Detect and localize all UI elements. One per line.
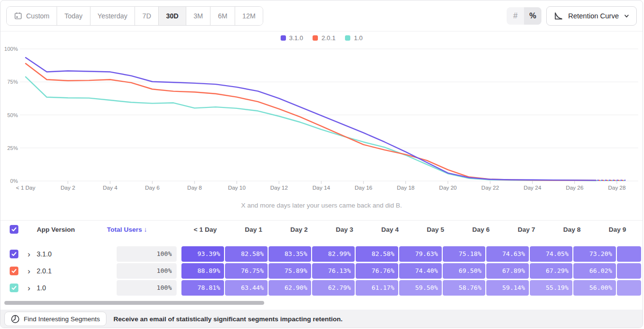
total-users-cell: 100% [117,246,177,262]
retention-cell[interactable]: 59.50% [399,280,442,296]
row-checkbox-cell [0,250,28,258]
toolbar: CustomTodayYesterday7D30D3M6M12M # % Ret… [0,0,643,31]
retention-cell[interactable]: 75.89% [269,263,311,279]
retention-cell[interactable]: 69.50% [443,263,485,279]
retention-cell[interactable]: 78.81% [181,280,224,296]
retention-cell[interactable]: 67.29% [530,263,572,279]
range-button-30d[interactable]: 30D [159,7,186,25]
legend-swatch [281,35,286,41]
retention-table: App Version Total Users ↓ < 1 DayDay 1Da… [0,220,643,297]
row-checkbox[interactable] [10,250,18,258]
total-users-cell: 100% [117,280,177,296]
retention-curve-icon [554,11,563,21]
expand-chevron-icon[interactable]: › [28,284,30,292]
retention-cell[interactable]: 59.14% [486,280,529,296]
retention-cell[interactable]: 74.40% [399,263,442,279]
y-axis-label: 100% [4,46,18,52]
day-column-header: Day 4 [359,226,401,233]
retention-cell[interactable]: 56.00% [573,280,616,296]
retention-cell[interactable]: 61.17% [356,280,398,296]
range-button-today[interactable]: Today [57,7,90,25]
legend-swatch [345,35,350,41]
y-axis-label: 0% [10,178,18,184]
retention-cell[interactable]: 79.63% [399,246,442,262]
legend-item-3-1-0[interactable]: 3.1.0 [281,34,303,42]
expand-chevron-icon[interactable]: › [28,250,30,258]
range-button-3m[interactable]: 3M [186,7,210,25]
retention-cell[interactable]: 62.90% [269,280,311,296]
range-button-custom[interactable]: Custom [7,7,57,25]
table-cell-overflow [617,280,641,296]
version-cell: ›2.0.1 [28,267,107,275]
chevron-down-icon [624,13,629,19]
total-users-cell: 100% [117,263,177,279]
number-format-button[interactable]: # [507,7,524,25]
table-body: ›3.1.0100%93.39%82.58%83.35%82.99%82.58%… [0,246,643,296]
retention-cell[interactable]: 67.89% [486,263,529,279]
select-all-cell [0,225,28,234]
day-column-header: Day 6 [449,226,492,233]
percent-format-button[interactable]: % [524,7,541,25]
retention-cell[interactable]: 76.75% [225,263,268,279]
chart-section: 3.1.02.0.11.0 0%25%50%75%100%< 1 DayDay … [0,32,643,210]
scrollbar-thumb[interactable] [4,301,264,305]
row-checkbox[interactable] [10,284,18,292]
version-cell: ›1.0 [28,284,107,292]
retention-cell[interactable]: 76.76% [356,263,398,279]
series-line-1-0[interactable] [26,77,596,180]
retention-cell[interactable]: 58.76% [443,280,485,296]
retention-cell[interactable]: 73.20% [573,246,616,262]
date-range-group: CustomTodayYesterday7D30D3M6M12M [6,6,263,26]
x-axis-label: Day 26 [566,185,583,191]
day-column-header: Day 8 [540,226,583,233]
range-button-7d[interactable]: 7D [135,7,159,25]
row-checkbox-cell [0,267,28,275]
legend-item-1-0[interactable]: 1.0 [345,34,362,42]
retention-cell[interactable]: 83.35% [269,246,311,262]
range-button-6m[interactable]: 6M [210,7,235,25]
total-users-header[interactable]: Total Users ↓ [107,226,177,233]
retention-cell[interactable]: 93.39% [181,246,224,262]
retention-cell[interactable]: 82.58% [225,246,268,262]
retention-cell[interactable]: 88.89% [181,263,224,279]
retention-cell[interactable]: 82.58% [356,246,398,262]
x-axis-label: Day 22 [481,185,499,191]
retention-cell[interactable]: 55.19% [530,280,572,296]
version-label: 3.1.0 [37,250,52,258]
retention-cell[interactable]: 74.63% [486,246,529,262]
find-interesting-segments-button[interactable]: Find Interesting Segments [4,312,106,326]
legend-item-2-0-1[interactable]: 2.0.1 [313,34,335,42]
x-axis-label: Day 28 [608,185,626,191]
retention-cell[interactable]: 66.02% [573,263,616,279]
x-axis-label: Day 8 [187,185,202,191]
retention-cell[interactable]: 62.79% [312,280,355,296]
retention-cell[interactable]: 75.18% [443,246,485,262]
sort-desc-icon: ↓ [144,226,147,233]
chart-legend: 3.1.02.0.11.0 [0,32,643,43]
legend-label: 2.0.1 [321,34,335,42]
retention-cell[interactable]: 74.05% [530,246,572,262]
series-line-2-0-1[interactable] [26,63,596,180]
expand-chevron-icon[interactable]: › [28,267,30,275]
chart-type-dropdown[interactable]: Retention Curve [546,6,637,26]
footer-bar: Find Interesting Segments Receive an ema… [0,310,643,328]
series-line-3-1-0[interactable] [26,58,596,180]
select-all-checkbox[interactable] [10,225,18,234]
calendar-icon [14,12,22,20]
toolbar-right: # % Retention Curve [507,6,637,26]
value-format-toggle: # % [507,7,541,25]
row-checkbox-cell [0,284,28,292]
x-axis-label: < 1 Day [16,185,35,191]
x-axis-label: Day 16 [355,185,372,191]
retention-cell[interactable]: 82.99% [312,246,355,262]
retention-cell[interactable]: 63.44% [225,280,268,296]
range-button-12m[interactable]: 12M [235,7,263,25]
app-version-header: App Version [28,226,107,233]
range-button-yesterday[interactable]: Yesterday [90,7,135,25]
chart-caption: X and more days later your users came ba… [0,202,643,210]
day-column-header: Day 9 [586,226,629,233]
row-checkbox[interactable] [10,267,18,275]
retention-cell[interactable]: 76.13% [312,263,355,279]
table-row-1-0: ›1.0100%78.81%63.44%62.90%62.79%61.17%59… [0,280,643,296]
x-axis-label: Day 14 [313,185,330,191]
